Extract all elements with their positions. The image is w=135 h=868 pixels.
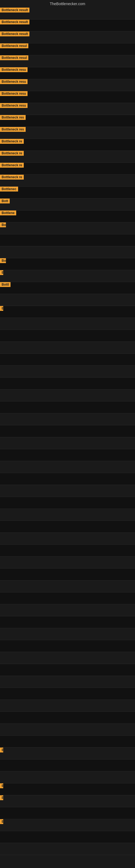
table-row: Bottleneck result	[0, 20, 135, 31]
table-row	[0, 557, 135, 568]
bottleneck-result-badge[interactable]: Bottleneck re	[0, 151, 24, 156]
table-row: Bottleneck re	[0, 175, 135, 187]
table-row: Bottleneck re	[0, 151, 135, 163]
bottleneck-result-badge[interactable]: Bottleneck result	[0, 8, 30, 12]
table-row	[0, 425, 135, 437]
bottleneck-result-badge[interactable]: Bottleneck resu	[0, 67, 28, 72]
bottleneck-result-badge[interactable]: Bottlene	[0, 211, 16, 215]
table-row: Bottleneck re	[0, 163, 135, 175]
bottleneck-result-badge[interactable]: B	[0, 748, 3, 752]
table-row: Bottleneck resu	[0, 79, 135, 91]
bottleneck-result-badge[interactable]: Bo	[0, 222, 6, 227]
table-row	[0, 831, 135, 843]
bottleneck-result-badge[interactable]: B	[0, 795, 3, 800]
table-row: Bottleneck resul	[0, 55, 135, 67]
bottleneck-result-badge[interactable]: Bottleneck result	[0, 20, 30, 24]
table-row	[0, 318, 135, 330]
table-row	[0, 533, 135, 545]
table-row	[0, 568, 135, 581]
bottleneck-result-badge[interactable]: Bottleneck resu	[0, 91, 28, 96]
table-row: Bottleneck resu	[0, 103, 135, 115]
table-row	[0, 628, 135, 640]
table-row	[0, 449, 135, 461]
bottleneck-result-badge[interactable]: Bottleneck resu	[0, 103, 28, 108]
table-row	[0, 771, 135, 783]
bottleneck-result-badge[interactable]: B	[0, 306, 3, 311]
table-row: Bottlenec	[0, 187, 135, 198]
table-row	[0, 688, 135, 700]
table-row	[0, 581, 135, 592]
table-row: Bottleneck resu	[0, 91, 135, 103]
table-row: B	[0, 748, 135, 760]
table-row	[0, 521, 135, 533]
table-row	[0, 700, 135, 712]
table-row: B	[0, 783, 135, 795]
table-row	[0, 664, 135, 676]
table-row	[0, 807, 135, 819]
table-row	[0, 616, 135, 628]
table-row	[0, 473, 135, 485]
table-row	[0, 509, 135, 521]
bottleneck-result-badge[interactable]: Bottlenec	[0, 187, 18, 191]
table-row: B	[0, 819, 135, 831]
bottleneck-result-badge[interactable]: Bott	[0, 198, 10, 204]
table-row	[0, 461, 135, 473]
bottleneck-result-badge[interactable]: Bottleneck result	[0, 31, 30, 36]
table-row: Bottleneck resul	[0, 43, 135, 55]
table-row: Bottleneck result	[0, 8, 135, 20]
table-row	[0, 294, 135, 306]
bottleneck-result-badge[interactable]: B	[0, 783, 3, 788]
table-row: Bottleneck resu	[0, 67, 135, 79]
table-row	[0, 330, 135, 342]
bottleneck-result-badge[interactable]: Bottleneck resul	[0, 43, 28, 48]
table-row: Bottl	[0, 282, 135, 294]
table-row: Bottlene	[0, 211, 135, 222]
table-row	[0, 497, 135, 509]
table-row	[0, 366, 135, 378]
bottleneck-result-badge[interactable]: Bottleneck resul	[0, 55, 28, 60]
table-row	[0, 342, 135, 354]
table-row: B	[0, 270, 135, 282]
table-row: Bo	[0, 222, 135, 235]
bottleneck-result-badge[interactable]: Bottleneck re	[0, 139, 24, 144]
table-row	[0, 485, 135, 497]
table-row	[0, 843, 135, 855]
bottleneck-result-badge[interactable]: Bottleneck re	[0, 175, 24, 180]
table-row	[0, 437, 135, 449]
bottleneck-result-badge[interactable]: Bottleneck res	[0, 127, 26, 132]
bottleneck-result-badge[interactable]: Bottleneck res	[0, 115, 26, 120]
bottleneck-result-badge[interactable]: B	[0, 819, 3, 824]
table-row	[0, 640, 135, 652]
table-row	[0, 401, 135, 413]
table-row: Bottleneck res	[0, 127, 135, 139]
table-row: Bo	[0, 258, 135, 270]
table-row: B	[0, 795, 135, 807]
table-row	[0, 604, 135, 616]
table-row: Bottleneck re	[0, 139, 135, 151]
table-row	[0, 724, 135, 736]
bottleneck-result-badge[interactable]: Bo	[0, 258, 6, 263]
table-row: Bottleneck result	[0, 31, 135, 43]
table-row	[0, 235, 135, 246]
site-title: TheBottlenecker.com	[0, 0, 135, 8]
table-row: B	[0, 306, 135, 318]
bottleneck-result-badge[interactable]: B	[0, 270, 3, 275]
bottleneck-result-badge[interactable]: Bottleneck resu	[0, 79, 28, 84]
table-row	[0, 676, 135, 688]
table-row	[0, 390, 135, 401]
table-row	[0, 545, 135, 557]
table-row	[0, 712, 135, 724]
bottleneck-result-badge[interactable]: Bottl	[0, 282, 10, 287]
table-row	[0, 736, 135, 748]
table-row: Bottleneck res	[0, 115, 135, 127]
table-row: Bott	[0, 198, 135, 211]
table-row	[0, 378, 135, 390]
table-row	[0, 760, 135, 771]
table-row	[0, 652, 135, 664]
bottleneck-result-badge[interactable]: Bottleneck re	[0, 163, 24, 167]
table-row	[0, 354, 135, 366]
table-row	[0, 592, 135, 604]
table-row	[0, 246, 135, 258]
table-row	[0, 413, 135, 425]
